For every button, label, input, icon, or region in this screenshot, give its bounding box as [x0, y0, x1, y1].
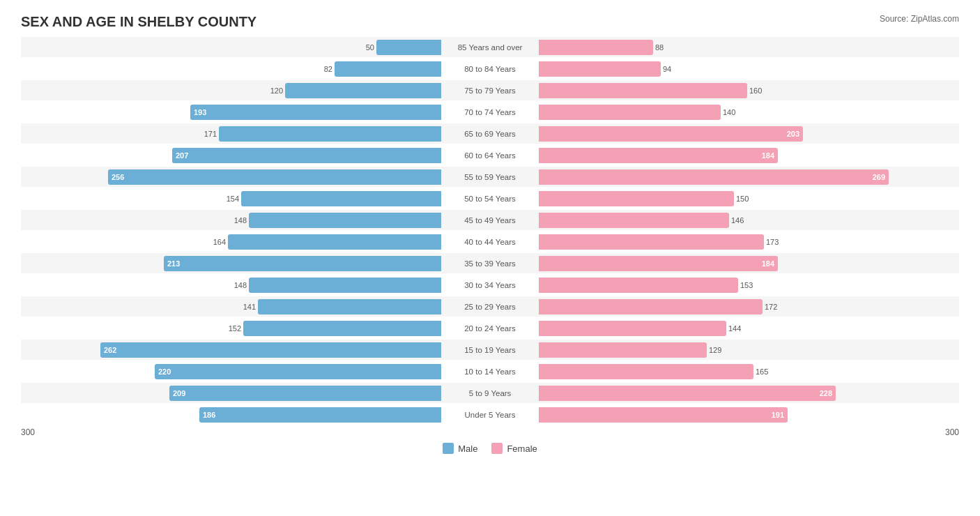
male-value: 171 [204, 130, 217, 138]
female-value: 184 [762, 151, 778, 160]
legend-female: Female [491, 443, 537, 454]
male-value: 193 [190, 108, 206, 116]
chart-row: 15 to 19 Years262129 [21, 340, 959, 360]
female-value: 172 [765, 303, 777, 311]
female-value: 94 [663, 65, 671, 73]
female-bar: 184 [539, 256, 778, 271]
female-bar [539, 342, 707, 358]
chart-row: 25 to 29 Years141172 [21, 296, 959, 317]
male-bar [249, 278, 441, 293]
chart-row: 35 to 39 Years213184 [21, 253, 959, 273]
legend-female-label: Female [507, 443, 537, 454]
female-value: 140 [723, 108, 735, 116]
chart-row: Under 5 Years186191 [21, 404, 959, 425]
female-value: 203 [787, 130, 803, 138]
female-bar: 184 [539, 148, 778, 163]
legend-female-box [491, 443, 503, 454]
male-bar [241, 191, 441, 206]
male-bar [243, 321, 441, 336]
female-value: 228 [820, 389, 836, 397]
female-value: 144 [728, 324, 741, 333]
female-bar [539, 364, 753, 379]
legend: Male Female [21, 443, 959, 454]
male-value: 120 [270, 86, 283, 95]
male-value: 256 [108, 173, 124, 181]
male-bar: 207 [172, 148, 441, 163]
female-value: 173 [766, 238, 779, 246]
age-label: 30 to 34 Years [441, 281, 539, 289]
chart-row: 70 to 74 Years193140 [21, 102, 959, 122]
male-value: 50 [366, 43, 374, 52]
female-value: 150 [736, 195, 749, 203]
axis-labels: 300 300 [21, 427, 959, 437]
female-value: 153 [740, 281, 753, 289]
legend-male: Male [443, 443, 477, 454]
chart-title: SEX AND AGE IN SHELBY COUNTY [21, 14, 959, 30]
female-bar [539, 191, 734, 206]
age-label: 50 to 54 Years [441, 195, 539, 203]
age-label: 85 Years and over [441, 43, 539, 52]
female-bar [539, 321, 726, 336]
male-bar [249, 213, 441, 228]
age-label: 15 to 19 Years [441, 346, 539, 354]
chart-container: SEX AND AGE IN SHELBY COUNTY Source: Zip… [0, 0, 980, 516]
chart-row: 5 to 9 Years209228 [21, 383, 959, 403]
axis-right: 300 [945, 427, 959, 437]
female-value: 165 [756, 367, 768, 376]
rows-wrapper: 85 Years and over508880 to 84 Years82947… [21, 37, 959, 425]
female-value: 269 [873, 173, 889, 181]
female-bar [539, 83, 747, 98]
male-bar: 256 [108, 169, 441, 185]
female-value: 191 [772, 411, 788, 419]
female-bar [539, 299, 763, 314]
male-value: 209 [169, 389, 185, 397]
chart-row: 75 to 79 Years120160 [21, 80, 959, 100]
male-value: 148 [234, 281, 247, 289]
male-value: 152 [229, 324, 241, 333]
female-value: 146 [731, 216, 744, 225]
chart-row: 80 to 84 Years8294 [21, 59, 959, 79]
female-value: 88 [655, 43, 664, 52]
female-bar [539, 278, 738, 293]
chart-row: 45 to 49 Years148146 [21, 210, 959, 230]
male-bar [335, 61, 441, 77]
female-bar [539, 234, 764, 250]
male-bar [376, 40, 441, 55]
male-bar: 220 [155, 364, 441, 379]
chart-row: 40 to 44 Years164173 [21, 232, 959, 252]
age-label: 45 to 49 Years [441, 216, 539, 225]
male-value: 207 [172, 151, 188, 160]
male-value: 141 [243, 303, 256, 311]
female-bar: 228 [539, 386, 836, 401]
female-bar [539, 61, 661, 77]
male-bar [258, 299, 441, 314]
age-label: 55 to 59 Years [441, 173, 539, 181]
male-bar: 213 [164, 256, 441, 271]
male-value: 186 [199, 411, 215, 419]
age-label: 10 to 14 Years [441, 367, 539, 376]
chart-row: 50 to 54 Years154150 [21, 188, 959, 208]
chart-row: 60 to 64 Years207184 [21, 145, 959, 165]
female-bar [539, 40, 653, 55]
female-value: 160 [749, 86, 762, 95]
female-bar: 191 [539, 407, 788, 423]
age-label: 75 to 79 Years [441, 86, 539, 95]
age-label: Under 5 Years [441, 411, 539, 419]
legend-male-box [443, 443, 454, 454]
age-label: 60 to 64 Years [441, 151, 539, 160]
age-label: 35 to 39 Years [441, 259, 539, 268]
age-label: 65 to 69 Years [441, 130, 539, 138]
age-label: 20 to 24 Years [441, 324, 539, 333]
female-bar: 269 [539, 169, 889, 185]
male-value: 164 [213, 238, 226, 246]
axis-left: 300 [21, 427, 35, 437]
age-label: 80 to 84 Years [441, 65, 539, 73]
female-bar: 203 [539, 126, 803, 142]
male-value: 220 [155, 367, 171, 376]
chart-row: 30 to 34 Years148153 [21, 275, 959, 295]
legend-male-label: Male [458, 443, 477, 454]
age-label: 40 to 44 Years [441, 238, 539, 246]
female-bar [539, 105, 721, 120]
male-bar [285, 83, 441, 98]
chart-row: 10 to 14 Years220165 [21, 361, 959, 381]
